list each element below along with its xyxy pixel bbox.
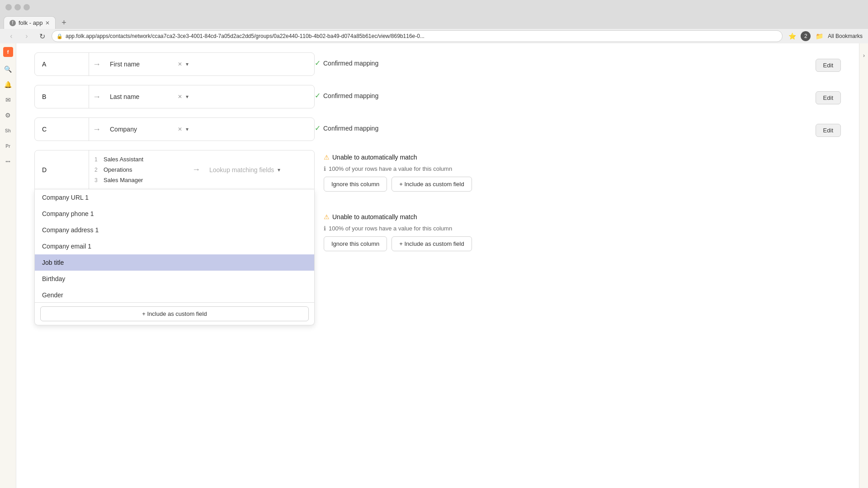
action-buttons-e: Ignore this column + Include as custom f…: [324, 236, 841, 251]
field-dropdown-btn-a[interactable]: ▾: [185, 60, 189, 68]
mapping-right-a: ✓ Confirmed mapping Edit: [315, 52, 841, 72]
sidebar-item-messages[interactable]: ✉: [1, 93, 15, 107]
field-selector-c: Company ✕ ▾: [104, 125, 195, 133]
forward-button[interactable]: ›: [21, 30, 33, 42]
sidebar-item-profile[interactable]: Pr: [1, 139, 15, 153]
refresh-button[interactable]: ↻: [36, 30, 48, 42]
back-button[interactable]: ‹: [5, 30, 17, 42]
list-item: 1 Sales Assistant: [89, 154, 189, 164]
mapping-row-d: D 1 Sales Assistant 2 Operations 3 Sales: [34, 150, 841, 192]
field-clear-c[interactable]: ✕: [178, 126, 182, 132]
dropdown-d: Company URL 1 Company phone 1 Company ad…: [34, 189, 315, 325]
mapping-d-wrapper: D 1 Sales Assistant 2 Operations 3 Sales: [34, 150, 315, 189]
sidebar-item-settings[interactable]: ⚙: [1, 108, 15, 122]
row-num-d1: 1: [94, 156, 104, 163]
dropdown-item-gender[interactable]: Gender: [35, 287, 314, 302]
mapping-right-b: ✓ Confirmed mapping Edit: [315, 85, 841, 104]
ignore-btn-e[interactable]: Ignore this column: [324, 236, 387, 251]
new-tab-button[interactable]: +: [57, 16, 70, 29]
extensions-button[interactable]: ⭐: [786, 30, 798, 42]
minimize-button[interactable]: [5, 4, 12, 10]
window-controls: [5, 4, 30, 10]
custom-field-btn-d[interactable]: + Include as custom field: [392, 177, 472, 192]
dropdown-item-birthday[interactable]: Birthday: [35, 271, 314, 287]
sidebar-item-more[interactable]: •••: [1, 155, 15, 168]
mapping-left-b: B → Last name ✕ ▾: [34, 85, 315, 108]
list-item: 3 Sales Manager: [89, 175, 189, 185]
field-name-c: Company: [110, 126, 175, 133]
lookup-placeholder-d: Lookup matching fields: [209, 166, 274, 174]
app-logo[interactable]: f: [3, 47, 13, 57]
field-selector-b: Last name ✕ ▾: [104, 93, 195, 101]
mapping-row-b: B → Last name ✕ ▾ ✓ Confirmed mapping Ed…: [34, 85, 841, 108]
app-layout: f 🔍 🔔 ✉ ⚙ Sh Pr ••• A → First name ✕ ▾ ✓: [0, 43, 868, 488]
lookup-selector-d[interactable]: Lookup matching fields ▾: [204, 166, 314, 174]
field-name-b: Last name: [110, 93, 175, 100]
field-selector-a: First name ✕ ▾: [104, 60, 195, 68]
lock-icon: 🔒: [57, 33, 63, 39]
sidebar-item-shared[interactable]: Sh: [1, 124, 15, 137]
right-panel-close-button[interactable]: ›: [859, 43, 868, 59]
row-val-d2: Operations: [104, 166, 132, 173]
sidebar-item-notifications[interactable]: 🔔: [1, 78, 15, 91]
edit-btn-a[interactable]: Edit: [816, 59, 841, 72]
edit-btn-c[interactable]: Edit: [816, 124, 841, 137]
browser-chrome: f folk - app ✕ + ‹ › ↻ 🔒 app.folk.app/ap…: [0, 0, 868, 43]
field-clear-b[interactable]: ✕: [178, 94, 182, 100]
check-icon-c: ✓: [315, 124, 321, 132]
confirmed-text-a: Confirmed mapping: [323, 60, 378, 67]
dropdown-item-job-title[interactable]: Job title: [35, 254, 314, 271]
list-item: 2 Operations: [89, 164, 189, 175]
unable-info-text-d: 100% of your rows have a value for this …: [329, 165, 452, 172]
dropdown-btn-d[interactable]: ▾: [277, 166, 281, 174]
arrow-b: →: [89, 92, 104, 102]
arrow-a: →: [89, 60, 104, 69]
bookmark-button[interactable]: 📁: [813, 30, 825, 42]
sidebar: f 🔍 🔔 ✉ ⚙ Sh Pr •••: [0, 43, 16, 488]
field-clear-a[interactable]: ✕: [178, 61, 182, 67]
edit-btn-b[interactable]: Edit: [816, 91, 841, 104]
ignore-btn-d[interactable]: Ignore this column: [324, 177, 387, 192]
unable-header-d: ⚠ Unable to automatically match: [324, 154, 841, 161]
close-button[interactable]: [24, 4, 30, 10]
dropdown-custom-field-btn-d[interactable]: + Include as custom field: [40, 306, 309, 321]
browser-titlebar: [0, 0, 868, 14]
info-icon-d: ℹ: [324, 165, 326, 172]
sidebar-item-search[interactable]: 🔍: [1, 62, 15, 76]
tab-title: folk - app: [19, 19, 42, 26]
mapping-row-c: C → Company ✕ ▾ ✓ Confirmed mapping Edit: [34, 117, 841, 141]
action-buttons-d: Ignore this column + Include as custom f…: [324, 177, 841, 192]
confirmed-text-b: Confirmed mapping: [323, 92, 378, 99]
confirmed-text-c: Confirmed mapping: [323, 125, 378, 132]
row-num-d2: 2: [94, 167, 104, 173]
col-label-a: A: [35, 53, 89, 75]
mapping-left-c: C → Company ✕ ▾: [34, 117, 315, 141]
col-label-b: B: [35, 85, 89, 108]
unable-match-d: ⚠ Unable to automatically match ℹ 100% o…: [324, 150, 841, 192]
active-tab[interactable]: f folk - app ✕: [4, 16, 56, 29]
unable-info-e: ℹ 100% of your rows have a value for thi…: [324, 225, 841, 232]
field-dropdown-btn-c[interactable]: ▾: [185, 125, 189, 133]
mapping-left-a: A → First name ✕ ▾: [34, 52, 315, 76]
field-dropdown-btn-b[interactable]: ▾: [185, 93, 189, 101]
unable-header-e: ⚠ Unable to automatically match: [324, 213, 841, 221]
dropdown-item-company-address[interactable]: Company address 1: [35, 222, 314, 238]
col-label-c: C: [35, 118, 89, 141]
confirmed-c: ✓ Confirmed mapping: [315, 124, 378, 132]
dropdown-item-company-email[interactable]: Company email 1: [35, 238, 314, 254]
tab-close-button[interactable]: ✕: [45, 20, 50, 26]
dropdown-item-company-url[interactable]: Company URL 1: [35, 189, 314, 206]
col-label-d: D: [35, 150, 89, 189]
maximize-button[interactable]: [14, 4, 21, 10]
confirmed-b: ✓ Confirmed mapping: [315, 91, 378, 100]
check-icon-b: ✓: [315, 91, 321, 100]
address-bar[interactable]: 🔒 app.folk.app/apps/contacts/network/cca…: [52, 30, 783, 42]
row-num-d3: 3: [94, 177, 104, 183]
warning-icon-e: ⚠: [324, 213, 330, 221]
dropdown-scroll-d[interactable]: Company URL 1 Company phone 1 Company ad…: [35, 189, 314, 302]
bookmarks-label: All Bookmarks: [828, 33, 863, 39]
dropdown-item-company-phone[interactable]: Company phone 1: [35, 206, 314, 222]
custom-field-label-d: + Include as custom field: [399, 181, 464, 188]
incognito-button[interactable]: 2: [801, 31, 811, 41]
custom-field-btn-e[interactable]: + Include as custom field: [392, 236, 472, 251]
